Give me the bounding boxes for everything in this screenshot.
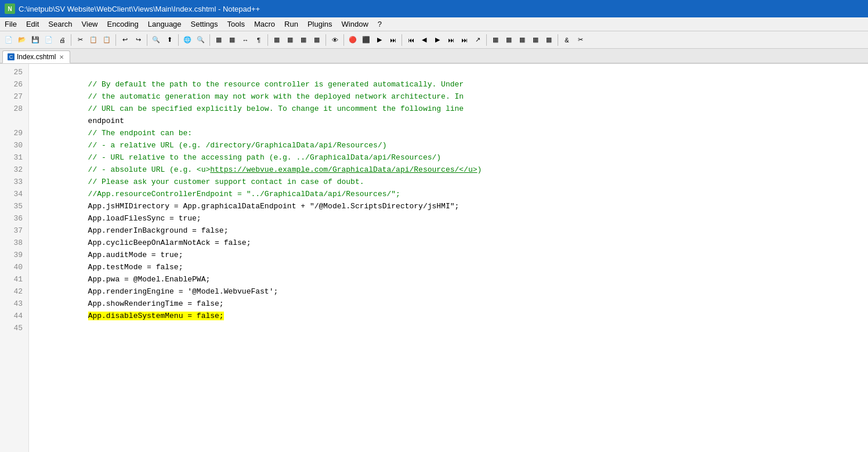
toolbar-button-33[interactable]: ▶ (373, 34, 386, 46)
tab-label: Index.cshtml (17, 53, 56, 61)
toolbar-button-8[interactable]: 📋 (100, 34, 113, 46)
toolbar-button-27[interactable]: ▦ (310, 34, 323, 46)
toolbar-button-1[interactable]: 📂 (16, 34, 28, 46)
line-number: 27 (0, 91, 28, 103)
menu-item-view[interactable]: View (77, 17, 103, 31)
line-number: 30 (0, 139, 28, 151)
toolbar-button-39[interactable]: ⏭ (444, 34, 457, 46)
menu-item-tools[interactable]: Tools (223, 17, 249, 31)
toolbar-button-41[interactable]: ↗ (471, 34, 484, 46)
line-number: 38 (0, 237, 28, 249)
line-number: 41 (0, 273, 28, 285)
line-number: 36 (0, 212, 28, 225)
code-line: // - absolute URL (e.g. <u>https://webvu… (34, 164, 868, 176)
menu-item-run[interactable]: Run (280, 17, 303, 31)
menu-item-macro[interactable]: Macro (249, 17, 280, 31)
toolbar-button-17[interactable]: 🔍 (194, 34, 207, 46)
toolbar-button-11[interactable]: ↪ (132, 34, 144, 46)
code-line: App.renderingEngine = '@Model.WebvueFast… (34, 285, 868, 298)
window-title: C:\inetpub\SV Website\WebClient\Views\Ma… (19, 5, 260, 13)
toolbar-button-31[interactable]: 🔴 (346, 34, 359, 46)
toolbar-button-0[interactable]: 📄 (2, 34, 15, 46)
toolbar-button-21[interactable]: ↔ (239, 34, 252, 46)
menu-item-window[interactable]: Window (337, 17, 373, 31)
line-number: 43 (0, 298, 28, 310)
toolbar-button-26[interactable]: ▦ (297, 34, 310, 46)
toolbar-separator (209, 34, 210, 46)
toolbar-button-40[interactable]: ⏭ (458, 34, 471, 46)
toolbar-button-6[interactable]: ✂ (74, 34, 86, 46)
menu-item-?[interactable]: ? (373, 17, 386, 31)
line-number (0, 115, 28, 127)
toolbar-button-45[interactable]: ▦ (516, 34, 529, 46)
toolbar-button-3[interactable]: 📄 (42, 34, 55, 46)
line-number: 34 (0, 188, 28, 200)
line-number: 26 (0, 78, 28, 91)
code-line: App.jsHMIDirectory = App.graphicalDataEn… (34, 200, 868, 212)
tab-index-cshtml[interactable]: CIndex.cshtml✕ (2, 50, 70, 63)
toolbar-separator (267, 34, 268, 46)
toolbar-separator (558, 34, 558, 46)
toolbar-button-37[interactable]: ◀ (418, 34, 431, 46)
menu-item-search[interactable]: Search (44, 17, 77, 31)
toolbar-button-14[interactable]: ⬆ (163, 34, 176, 46)
line-number: 31 (0, 151, 28, 164)
toolbar: 📄📂💾📄🖨✂📋📋↩↪🔍⬆🌐🔍▦▦↔¶▦▦▦▦👁🔴⬛▶⏭⏮◀▶⏭⏭↗▦▦▦▦▦&✂ (0, 31, 868, 49)
line-number: 37 (0, 225, 28, 237)
code-line: App.cyclicBeepOnAlarmNotAck = false; (34, 237, 868, 249)
menu-item-encoding[interactable]: Encoding (103, 17, 143, 31)
toolbar-button-44[interactable]: ▦ (502, 34, 515, 46)
line-number: 44 (0, 310, 28, 322)
menu-item-settings[interactable]: Settings (186, 17, 223, 31)
line-number: 39 (0, 249, 28, 261)
toolbar-button-4[interactable]: 🖨 (56, 34, 68, 46)
code-line: App.pwa = @Model.EnablePWA; (34, 273, 868, 285)
code-line: // By default the path to the resource c… (34, 78, 868, 91)
toolbar-separator (486, 34, 487, 46)
line-numbers: 2526272829303132333435363738394041424344… (0, 64, 29, 452)
toolbar-button-32[interactable]: ⬛ (360, 34, 372, 46)
code-line: // - URL relative to the accessing path … (34, 151, 868, 164)
toolbar-button-20[interactable]: ▦ (226, 34, 238, 46)
toolbar-button-24[interactable]: ▦ (270, 34, 283, 46)
code-content[interactable]: // By default the path to the resource c… (29, 64, 868, 452)
line-number: 25 (0, 66, 28, 78)
toolbar-separator (402, 34, 402, 46)
menu-item-file[interactable]: File (0, 17, 21, 31)
toolbar-button-50[interactable]: ✂ (574, 34, 587, 46)
toolbar-button-16[interactable]: 🌐 (181, 34, 194, 46)
toolbar-separator (343, 34, 344, 46)
toolbar-button-29[interactable]: 👁 (328, 34, 341, 46)
toolbar-button-34[interactable]: ⏭ (386, 34, 399, 46)
code-line: //App.resourceControllerEndpoint = "../G… (34, 188, 868, 200)
toolbar-button-7[interactable]: 📋 (87, 34, 100, 46)
toolbar-separator (147, 34, 147, 46)
toolbar-button-47[interactable]: ▦ (542, 34, 555, 46)
line-number: 45 (0, 322, 28, 334)
toolbar-separator (178, 34, 179, 46)
code-line: // URL can be specified explicitly below… (34, 103, 868, 115)
toolbar-button-25[interactable]: ▦ (284, 34, 296, 46)
highlighted-code: App.disableSystemMenu = false; (88, 312, 224, 320)
tab-bar: CIndex.cshtml✕ (0, 49, 868, 64)
toolbar-button-38[interactable]: ▶ (431, 34, 444, 46)
line-number: 33 (0, 176, 28, 188)
toolbar-button-13[interactable]: 🔍 (150, 34, 162, 46)
toolbar-button-10[interactable]: ↩ (118, 34, 131, 46)
toolbar-button-36[interactable]: ⏮ (404, 34, 417, 46)
code-line: App.loadFilesSync = true; (34, 212, 868, 225)
code-line: // the automatic generation may not work… (34, 91, 868, 103)
toolbar-button-43[interactable]: ▦ (489, 34, 502, 46)
menu-item-edit[interactable]: Edit (21, 17, 44, 31)
toolbar-button-2[interactable]: 💾 (29, 34, 42, 46)
toolbar-button-46[interactable]: ▦ (529, 34, 542, 46)
line-number: 40 (0, 261, 28, 273)
menu-item-language[interactable]: Language (143, 17, 186, 31)
toolbar-button-22[interactable]: ¶ (252, 34, 265, 46)
toolbar-button-49[interactable]: & (560, 34, 573, 46)
title-bar: N C:\inetpub\SV Website\WebClient\Views\… (0, 0, 868, 17)
code-line: App.showRenderingTime = false; (34, 298, 868, 310)
menu-item-plugins[interactable]: Plugins (303, 17, 337, 31)
toolbar-button-19[interactable]: ▦ (212, 34, 225, 46)
tab-close-button[interactable]: ✕ (59, 54, 64, 60)
